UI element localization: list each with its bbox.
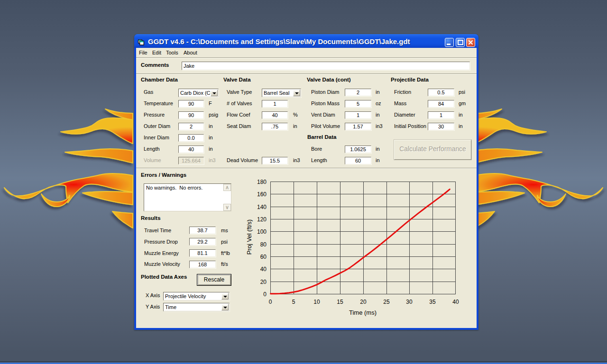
svg-text:60: 60 [260,254,267,260]
svg-text:40: 40 [260,266,267,273]
svg-text:Time (ms): Time (ms) [349,309,377,316]
svg-text:180: 180 [257,179,267,185]
svg-text:30: 30 [406,299,413,305]
svg-text:15: 15 [337,299,343,305]
svg-text:35: 35 [429,299,436,305]
svg-text:140: 140 [257,204,267,210]
svg-text:160: 160 [257,191,267,198]
svg-text:0: 0 [269,299,272,305]
svg-text:20: 20 [260,279,267,285]
svg-text:100: 100 [257,228,267,235]
svg-text:25: 25 [383,299,390,305]
svg-text:Proj Vel (ft/s): Proj Vel (ft/s) [246,219,253,255]
svg-text:5: 5 [292,299,295,305]
svg-text:10: 10 [313,299,320,305]
svg-text:20: 20 [360,299,367,305]
svg-text:0: 0 [263,291,267,298]
svg-text:40: 40 [452,299,459,305]
svg-text:80: 80 [260,241,267,248]
svg-text:120: 120 [257,216,267,223]
